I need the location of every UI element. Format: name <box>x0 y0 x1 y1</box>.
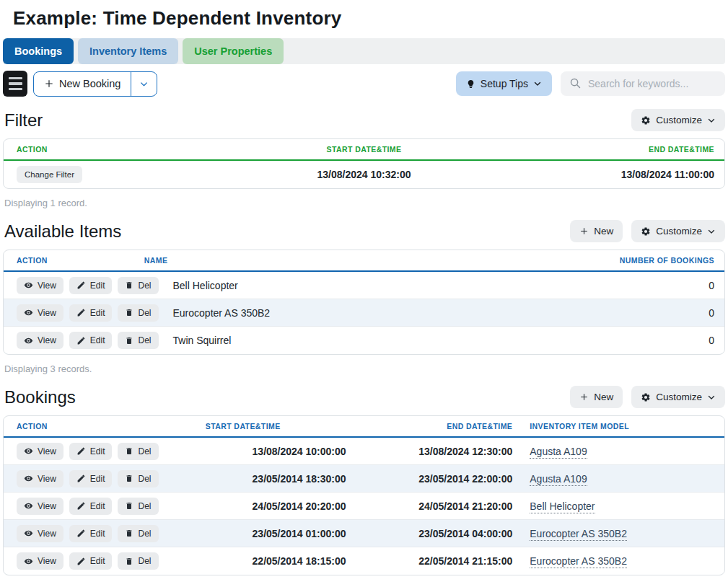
available-items-section-head: Available Items New Customize <box>3 220 725 242</box>
new-booking-button[interactable]: New Booking <box>34 72 131 96</box>
customize-label: Customize <box>656 392 702 402</box>
table-row: ViewEditDel13/08/2024 10:00:0013/08/2024… <box>4 438 724 465</box>
chevron-down-icon <box>707 227 716 236</box>
booking-model-cell: Bell Helicopter <box>522 500 724 512</box>
row-actions: ViewEditDel <box>11 332 159 349</box>
available-items-new-button[interactable]: New <box>570 220 623 242</box>
booking-model-cell: Agusta A109 <box>522 446 724 457</box>
available-items-title: Available Items <box>4 221 121 242</box>
view-button[interactable]: View <box>17 332 63 349</box>
del-button[interactable]: Del <box>118 498 158 515</box>
inventory-item-model-link[interactable]: Bell Helicopter <box>530 500 595 513</box>
trash-icon <box>125 557 133 566</box>
del-button[interactable]: Del <box>118 304 158 322</box>
edit-button-label: Edit <box>90 281 105 291</box>
table-row: Change Filter13/08/2024 10:32:0013/08/20… <box>4 161 724 188</box>
edit-icon <box>76 474 86 483</box>
del-button[interactable]: Del <box>118 277 158 294</box>
edit-button[interactable]: Edit <box>69 304 113 322</box>
del-button[interactable]: Del <box>118 525 158 542</box>
filter-customize-label: Customize <box>656 115 702 125</box>
bookings-section-head: Bookings New Customize <box>3 386 725 408</box>
edit-button[interactable]: Edit <box>69 277 113 294</box>
edit-button[interactable]: Edit <box>69 470 113 487</box>
view-button[interactable]: View <box>17 525 63 542</box>
del-button[interactable]: Del <box>118 332 158 349</box>
booking-actions-cell: ViewEditDel <box>4 525 198 542</box>
inventory-item-model-link[interactable]: Agusta A109 <box>530 473 587 486</box>
booking-end-datetime: 24/05/2014 21:20:00 <box>400 500 522 512</box>
booking-start-datetime: 23/05/2014 18:30:00 <box>198 473 400 485</box>
view-button[interactable]: View <box>17 277 63 294</box>
booking-end-datetime: 23/05/2014 22:00:00 <box>400 473 522 485</box>
inventory-item-model-link[interactable]: Agusta A109 <box>530 446 587 459</box>
eye-icon <box>24 308 33 317</box>
view-button[interactable]: View <box>17 304 63 322</box>
del-button[interactable]: Del <box>118 443 158 460</box>
booking-start-datetime: 22/05/2014 18:15:00 <box>198 555 400 567</box>
available-items-customize-button[interactable]: Customize <box>631 220 725 242</box>
view-button-label: View <box>38 281 56 291</box>
tab-inventory-items[interactable]: Inventory Items <box>78 38 178 64</box>
tab-user-properties[interactable]: User Properties <box>183 38 284 64</box>
edit-button[interactable]: Edit <box>69 498 113 515</box>
column-header-start: START DATE&TIME <box>198 422 400 431</box>
edit-button[interactable]: Edit <box>69 332 113 349</box>
del-button-label: Del <box>138 335 151 345</box>
filter-customize-button[interactable]: Customize <box>631 109 725 131</box>
edit-button-label: Edit <box>90 474 105 484</box>
inventory-item-model-link[interactable]: Eurocopter AS 350B2 <box>530 528 627 541</box>
row-actions: ViewEditDel <box>11 498 191 515</box>
view-button[interactable]: View <box>17 443 63 460</box>
del-button[interactable]: Del <box>118 552 158 570</box>
available-items-record-count: Displaying 3 records. <box>4 363 725 374</box>
search-input[interactable] <box>561 71 725 96</box>
view-button-label: View <box>38 501 56 511</box>
available-items-table: ACTION NAME NUMBER OF BOOKINGS ViewEditD… <box>3 250 725 355</box>
trash-icon <box>125 281 133 290</box>
eye-icon <box>24 446 33 456</box>
chevron-down-icon <box>139 79 149 89</box>
bookings-table: ACTION START DATE&TIME END DATE&TIME INV… <box>3 415 725 575</box>
view-button[interactable]: View <box>17 552 63 570</box>
bookings-customize-button[interactable]: Customize <box>631 386 725 408</box>
column-header-number-of-bookings: NUMBER OF BOOKINGS <box>580 256 724 265</box>
edit-button[interactable]: Edit <box>69 552 113 570</box>
del-button[interactable]: Del <box>118 470 158 487</box>
view-button-label: View <box>38 474 56 484</box>
del-button-label: Del <box>138 501 151 511</box>
edit-button[interactable]: Edit <box>69 443 113 460</box>
filter-table-header: ACTION START DATE&TIME END DATE&TIME <box>4 139 724 161</box>
booking-model-cell: Agusta A109 <box>522 473 724 485</box>
new-booking-label: New Booking <box>59 78 120 89</box>
plus-icon <box>44 79 54 89</box>
bookings-new-button[interactable]: New <box>570 386 623 408</box>
view-button[interactable]: View <box>17 498 63 515</box>
edit-button[interactable]: Edit <box>69 525 113 542</box>
new-booking-dropdown[interactable] <box>131 72 157 96</box>
column-header-name: NAME <box>137 256 580 265</box>
item-bookings-count: 0 <box>580 307 724 319</box>
view-button[interactable]: View <box>17 470 63 487</box>
booking-end-datetime: 22/05/2014 21:15:00 <box>400 555 522 567</box>
del-button-label: Del <box>138 556 151 566</box>
new-booking-split-button: New Booking <box>33 71 157 97</box>
filter-start-datetime: 13/08/2024 10:32:00 <box>242 169 487 180</box>
row-actions: ViewEditDel <box>11 304 159 322</box>
page-title: Example: Time Dependent Inventory <box>3 0 725 38</box>
change-filter-button[interactable]: Change Filter <box>17 166 82 183</box>
del-button-label: Del <box>138 281 151 291</box>
inventory-item-model-link[interactable]: Eurocopter AS 350B2 <box>530 555 627 568</box>
table-row: ViewEditDel24/05/2014 20:20:0024/05/2014… <box>4 493 724 520</box>
trash-icon <box>125 336 133 345</box>
customize-label: Customize <box>656 226 702 237</box>
column-header-action: ACTION <box>4 145 242 154</box>
page: Example: Time Dependent Inventory Bookin… <box>0 0 728 575</box>
edit-icon <box>76 336 86 345</box>
menu-icon[interactable] <box>3 71 27 97</box>
setup-tips-button[interactable]: Setup Tips <box>456 71 552 96</box>
chevron-down-icon <box>707 393 716 402</box>
tab-bookings[interactable]: Bookings <box>3 38 74 64</box>
row-actions: ViewEditDel <box>11 552 191 570</box>
toolbar: New Booking Setup Tips <box>3 70 725 97</box>
